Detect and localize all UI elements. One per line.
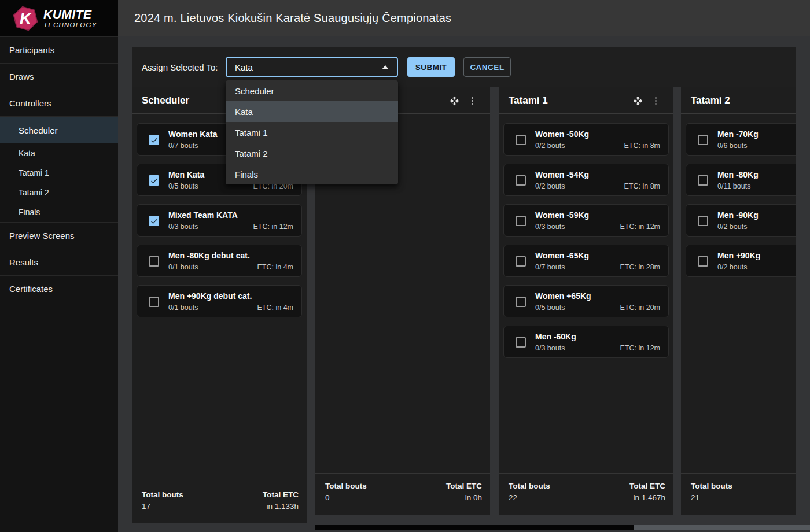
total-bouts-value: 21 (691, 492, 732, 504)
category-card-men-70kg[interactable]: Men -70Kg0/6 bouts (686, 123, 796, 156)
category-list: Men -70Kg0/6 boutsMen -80Kg0/11 boutsMen… (681, 114, 796, 473)
category-name: Men +90Kg (717, 251, 760, 260)
category-etc: ETC: in 28m (620, 263, 660, 271)
category-card-women-54kg[interactable]: Women -54Kg0/2 boutsETC: in 8m (503, 164, 669, 196)
checkbox-unchecked[interactable] (149, 256, 159, 267)
category-name: Men -80Kg (717, 170, 759, 179)
category-bouts: 0/3 bouts (535, 223, 565, 231)
sidebar-item-certificates[interactable]: Certificates (0, 275, 118, 302)
category-card-women-65kg[interactable]: Women +65Kg0/5 boutsETC: in 20m (503, 285, 669, 317)
category-name: Mixed Team KATA (168, 210, 238, 220)
horizontal-scrollbar-thumb[interactable] (315, 525, 634, 530)
checkbox-unchecked[interactable] (516, 135, 526, 145)
category-list: Women -50Kg0/2 boutsETC: in 8mWomen -54K… (499, 114, 673, 473)
category-name: Men +90Kg debut cat. (168, 291, 252, 301)
category-name: Women -50Kg (535, 130, 589, 139)
checkbox-checked[interactable] (149, 135, 159, 145)
total-bouts-label: Total bouts (325, 481, 367, 492)
category-bouts: 0/2 bouts (535, 142, 565, 150)
column-header: Tatami 1 (499, 87, 673, 114)
category-bouts: 0/3 bouts (535, 344, 565, 352)
sidebar-item-tatami-1[interactable]: Tatami 1 (0, 163, 118, 183)
category-bouts: 0/5 bouts (168, 182, 198, 190)
checkbox-unchecked[interactable] (698, 135, 708, 145)
sidebar-item-label: Preview Screens (9, 231, 75, 241)
category-card-women-59kg[interactable]: Women -59Kg0/3 boutsETC: in 12m (503, 204, 669, 237)
open-with-icon[interactable] (449, 95, 459, 106)
category-name: Men -60Kg (535, 332, 576, 341)
assign-label: Assign Selected To: (142, 47, 218, 87)
assign-target-menu: SchedulerKataTatami 1Tatami 2Finals (226, 80, 398, 184)
sidebar-item-controllers[interactable]: Controllers (0, 90, 118, 116)
category-etc: ETC: in 12m (253, 223, 293, 231)
column-title: Tatami 1 (509, 87, 548, 114)
sidebar-item-label: Kata (19, 149, 35, 158)
menu-option-tatami-1[interactable]: Tatami 1 (226, 122, 398, 143)
menu-option-kata[interactable]: Kata (226, 101, 398, 122)
column-title: Scheduler (142, 87, 189, 114)
open-with-icon[interactable] (632, 95, 643, 106)
brand-tagline: TECHNOLOGY (43, 22, 97, 29)
category-card-women-50kg[interactable]: Women -50Kg0/2 boutsETC: in 8m (503, 123, 669, 156)
sidebar-item-label: Tatami 1 (19, 168, 49, 178)
sidebar-item-finals[interactable]: Finals (0, 202, 118, 222)
horizontal-scrollbar-track[interactable] (315, 525, 810, 530)
brand-text: KUMITE TECHNOLOGY (43, 8, 97, 29)
category-name: Women -59Kg (535, 210, 589, 220)
total-etc-label: Total ETC (446, 481, 482, 492)
category-bouts: 0/7 bouts (168, 142, 198, 150)
footer-total-bouts: Total bouts21 (691, 481, 732, 504)
total-bouts-value: 22 (509, 492, 550, 504)
brand-name: KUMITE (43, 8, 97, 20)
checkbox-unchecked[interactable] (516, 216, 526, 226)
checkbox-unchecked[interactable] (516, 297, 526, 307)
menu-option-tatami-2[interactable]: Tatami 2 (226, 143, 398, 164)
category-card-women-65kg[interactable]: Women -65Kg0/7 boutsETC: in 28m (503, 245, 669, 277)
sidebar-item-participants[interactable]: Participants (0, 36, 118, 63)
kebab-menu-icon[interactable] (467, 95, 477, 106)
cancel-button[interactable]: CANCEL (463, 57, 511, 77)
column-footer: Total bouts22Total ETCin 1.467h (499, 473, 673, 515)
category-card-men-90kg[interactable]: Men -90Kg0/2 bouts (686, 204, 796, 237)
category-name: Men -80Kg debut cat. (168, 251, 250, 260)
menu-option-scheduler[interactable]: Scheduler (226, 80, 398, 101)
sidebar-item-preview-screens[interactable]: Preview Screens (0, 222, 118, 249)
checkbox-unchecked[interactable] (516, 337, 526, 348)
footer-total-bouts: Total bouts22 (509, 481, 550, 504)
category-etc: ETC: in 4m (257, 263, 293, 271)
category-card-men-80kg-debut-cat[interactable]: Men -80Kg debut cat.0/1 boutsETC: in 4m (137, 245, 302, 277)
submit-button[interactable]: SUBMIT (407, 57, 455, 77)
category-bouts: 0/1 bouts (168, 304, 198, 312)
checkbox-unchecked[interactable] (516, 256, 526, 267)
category-card-men-80kg[interactable]: Men -80Kg0/11 bouts (686, 164, 796, 196)
footer-total-etc: Total ETCin 1.133h (263, 489, 299, 512)
sidebar-item-label: Finals (19, 208, 40, 217)
sidebar-item-results[interactable]: Results (0, 249, 118, 275)
category-card-men-90kg-debut-cat[interactable]: Men +90Kg debut cat.0/1 boutsETC: in 4m (137, 285, 302, 317)
checkbox-unchecked[interactable] (698, 256, 708, 267)
category-name: Men -70Kg (717, 130, 759, 139)
sidebar-item-tatami-2[interactable]: Tatami 2 (0, 183, 118, 202)
category-etc: ETC: in 4m (257, 304, 293, 312)
sidebar-item-kata[interactable]: Kata (0, 143, 118, 163)
assign-target-select[interactable]: Kata (226, 57, 398, 77)
sidebar-item-draws[interactable]: Draws (0, 63, 118, 90)
checkbox-unchecked[interactable] (516, 175, 526, 186)
caret-up-icon (382, 65, 389, 69)
category-card-men-60kg[interactable]: Men -60Kg0/3 boutsETC: in 12m (503, 326, 669, 358)
checkbox-unchecked[interactable] (698, 175, 708, 186)
checkbox-unchecked[interactable] (698, 216, 708, 226)
checkbox-checked[interactable] (149, 175, 159, 186)
checkbox-unchecked[interactable] (149, 297, 159, 307)
total-bouts-value: 17 (142, 501, 183, 512)
sidebar-item-label: Draws (9, 72, 34, 82)
category-card-men-90kg[interactable]: Men +90Kg0/2 bouts (686, 245, 796, 277)
kebab-menu-icon[interactable] (650, 95, 661, 106)
category-name: Men Kata (168, 170, 204, 179)
category-etc: ETC: in 12m (620, 344, 660, 352)
app-window: K KUMITE TECHNOLOGY ParticipantsDrawsCon… (0, 0, 810, 532)
checkbox-checked[interactable] (149, 216, 159, 226)
category-card-mixed-team-kata[interactable]: Mixed Team KATA0/3 boutsETC: in 12m (137, 204, 302, 237)
menu-option-finals[interactable]: Finals (226, 164, 398, 184)
sidebar-item-scheduler[interactable]: Scheduler (0, 116, 118, 143)
